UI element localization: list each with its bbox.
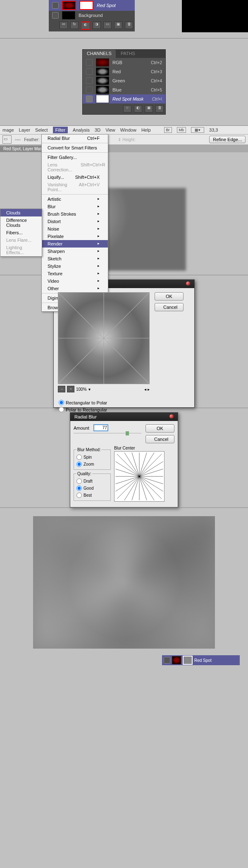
visibility-icon[interactable] [86, 59, 93, 66]
menu-item-render[interactable]: Render [42, 240, 108, 248]
zoom-out-button[interactable]: − [58, 386, 65, 392]
visibility-icon[interactable] [52, 12, 59, 19]
tab-channels[interactable]: CHANNELS [83, 50, 116, 58]
menu-layer[interactable]: Layer [19, 127, 31, 132]
menu-item-pixelate[interactable]: Pixelate [42, 233, 108, 240]
cancel-button[interactable]: Cancel [155, 303, 184, 311]
menu-item-brush strokes[interactable]: Brush Strokes [42, 210, 108, 218]
channel-thumb[interactable] [96, 95, 109, 103]
menu-view[interactable]: View [105, 127, 115, 132]
save-selection-icon[interactable]: ◐ [134, 105, 142, 113]
new-channel-icon[interactable]: ▣ [145, 105, 153, 113]
menu-help[interactable]: Help [141, 127, 151, 132]
document-tabs: Red Spot, Layer Mask/8) RGB/8) * ✕ [0, 145, 248, 152]
menu-item-video[interactable]: Video [42, 277, 108, 285]
visibility-icon[interactable] [86, 96, 93, 102]
radio-best[interactable]: Best [76, 492, 108, 499]
channel-row[interactable]: BlueCtrl+5 [83, 85, 165, 94]
layer-thumb[interactable] [62, 1, 76, 10]
tool-preset-icon[interactable]: ▭ [2, 135, 12, 144]
ok-button[interactable]: OK [145, 424, 174, 433]
menu-filter[interactable]: Filter [53, 127, 68, 133]
layer-mask-thumb[interactable] [183, 656, 193, 665]
ok-button[interactable]: OK [155, 292, 184, 301]
amount-input[interactable] [93, 424, 108, 431]
channel-row[interactable]: RGBCtrl+2 [83, 58, 165, 67]
layer-name: Background [79, 13, 103, 18]
menu-item-blur[interactable]: Blur [42, 203, 108, 210]
refine-edge-button[interactable]: Refine Edge... [209, 136, 246, 143]
channel-row[interactable]: Red Spot MaskCtrl+\ [83, 94, 165, 103]
layer-thumb[interactable] [62, 11, 75, 19]
close-icon[interactable] [169, 414, 174, 418]
mask-icon[interactable]: ◐ [81, 22, 90, 30]
tab-paths[interactable]: PATHS [117, 50, 139, 58]
visibility-icon[interactable] [164, 657, 170, 664]
amount-label: Amount [74, 426, 89, 430]
menu-image[interactable]: mage [2, 127, 14, 132]
radio-good[interactable]: Good [76, 485, 108, 492]
visibility-icon[interactable] [52, 2, 59, 9]
menu-item[interactable]: Fibers... [0, 229, 42, 236]
visibility-icon[interactable] [86, 87, 93, 93]
menu-item[interactable]: Liquify...Shift+Ctrl+X [42, 173, 108, 181]
menu-item-artistic[interactable]: Artistic [42, 195, 108, 203]
menu-item[interactable]: Difference Clouds [0, 216, 42, 229]
channel-name: Red Spot Mask [112, 96, 143, 101]
trash-icon[interactable]: 🗑 [125, 22, 133, 29]
trash-icon[interactable]: 🗑 [155, 105, 164, 113]
channel-thumb[interactable] [96, 67, 109, 76]
link-icon[interactable]: ⇔ [60, 22, 68, 29]
close-icon[interactable] [186, 281, 190, 286]
layer-row[interactable]: Background [49, 11, 135, 20]
channel-row[interactable]: RedCtrl+3 [83, 67, 165, 76]
options-bar: ▭ ▫▫▫▫ Feather: ⇕ Height: Refine Edge... [0, 135, 248, 145]
zoom-level[interactable]: 33,3 [209, 127, 218, 132]
fx-icon[interactable]: fx [70, 22, 79, 29]
svg-line-0 [58, 293, 104, 338]
menu-item-sketch[interactable]: Sketch [42, 255, 108, 262]
zoom-in-button[interactable]: + [67, 386, 74, 392]
cancel-button[interactable]: Cancel [145, 435, 174, 443]
menu-item-distort[interactable]: Distort [42, 218, 108, 225]
menu-item-convert-smart[interactable]: Convert for Smart Filters [42, 144, 108, 151]
blur-method-group: Blur Method: Spin Zoom [74, 447, 111, 470]
radio-zoom[interactable]: Zoom [76, 461, 108, 468]
visibility-icon[interactable] [86, 68, 93, 75]
menu-item[interactable]: Clouds [0, 209, 42, 216]
radio-draft[interactable]: Draft [76, 478, 108, 485]
layer-thumb[interactable] [172, 656, 181, 664]
menu-analysis[interactable]: Analysis [73, 127, 90, 132]
menu-item-other[interactable]: Other [42, 285, 108, 292]
channel-thumb[interactable] [96, 58, 109, 67]
menu-item-last-filter[interactable]: Radial BlurCtrl+F [42, 135, 108, 142]
zoom-dropdown-icon[interactable]: ▾ [88, 387, 91, 392]
menu-select[interactable]: Select [35, 127, 48, 132]
adjustment-icon[interactable]: ◑ [93, 22, 101, 29]
load-selection-icon[interactable]: ○ [123, 105, 131, 113]
menu-item-filter-gallery[interactable]: Filter Gallery... [42, 154, 108, 161]
channel-thumb[interactable] [96, 86, 109, 94]
amount-slider[interactable] [126, 431, 129, 435]
menu-item-sharpen[interactable]: Sharpen [42, 248, 108, 255]
radio-rect-to-polar[interactable]: Rectangular to Polar [59, 399, 189, 406]
bridge-icon[interactable]: Br [164, 127, 172, 133]
layer-row[interactable]: Red Spot [49, 0, 135, 11]
layer-row-mini[interactable]: Red Spot [162, 655, 240, 665]
channel-row[interactable]: GreenCtrl+4 [83, 76, 165, 85]
folder-icon[interactable]: ▭ [103, 22, 112, 29]
menu-window[interactable]: Window [120, 127, 136, 132]
menu-item-noise[interactable]: Noise [42, 225, 108, 233]
visibility-icon[interactable] [86, 77, 93, 84]
blur-center-widget[interactable] [114, 451, 165, 502]
menu-item-texture[interactable]: Texture [42, 270, 108, 277]
new-layer-icon[interactable]: ▣ [114, 22, 122, 29]
menu-item-stylize[interactable]: Stylize [42, 262, 108, 270]
minibridge-icon[interactable]: Mb [177, 127, 186, 133]
screen-mode-icon[interactable]: ▦▾ [191, 127, 204, 133]
radio-spin[interactable]: Spin [76, 454, 108, 461]
menu-3d[interactable]: 3D [95, 127, 100, 132]
channels-footer: ○ ◐ ▣ 🗑 [83, 103, 165, 114]
layer-mask-thumb[interactable] [79, 1, 93, 10]
channel-thumb[interactable] [96, 77, 109, 85]
